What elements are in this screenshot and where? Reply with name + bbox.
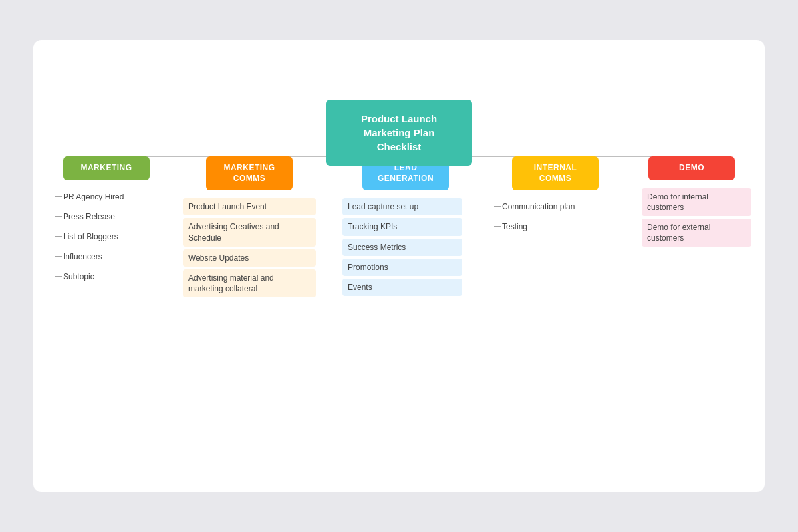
branch-marketing: MARKETING PR Agency Hired Press Release … bbox=[43, 156, 170, 286]
branches: MARKETING PR Agency Hired Press Release … bbox=[33, 156, 765, 297]
list-item: Tracking KPIs bbox=[342, 218, 462, 235]
list-item: Promotions bbox=[342, 259, 462, 276]
category-marketing-comms: MARKETING COMMS bbox=[206, 156, 293, 190]
branch-marketing-comms: MARKETING COMMS Product Launch Event Adv… bbox=[170, 156, 329, 297]
list-item: Demo for external customers bbox=[642, 219, 751, 247]
list-item: List of Bloggers bbox=[57, 228, 163, 245]
lead-generation-items: Lead capture set up Tracking KPIs Succes… bbox=[342, 198, 462, 296]
marketing-comms-items: Product Launch Event Advertising Creativ… bbox=[183, 198, 316, 297]
diagram-container: Product Launch Marketing Plan Checklist … bbox=[33, 40, 765, 492]
list-item: Website Updates bbox=[183, 249, 316, 267]
branch-lead-generation: LEAD GENERATION Lead capture set up Trac… bbox=[329, 156, 482, 296]
list-item: Advertising Creatives and Schedule bbox=[183, 218, 316, 246]
list-item: Subtopic bbox=[57, 268, 163, 285]
category-demo: DEMO bbox=[648, 156, 735, 180]
list-item: Events bbox=[342, 279, 462, 296]
branch-demo: DEMO Demo for internal customers Demo fo… bbox=[628, 156, 755, 247]
list-item: Communication plan bbox=[495, 198, 612, 215]
list-item: Lead capture set up bbox=[342, 198, 462, 215]
list-item: Product Launch Event bbox=[183, 198, 316, 215]
internal-comms-items: Communication plan Testing bbox=[495, 198, 612, 235]
list-item: Advertising material and marketing colla… bbox=[183, 269, 316, 297]
demo-items: Demo for internal customers Demo for ext… bbox=[642, 188, 751, 247]
list-item: Testing bbox=[495, 218, 612, 235]
branch-internal-comms: INTERNAL COMMS Communication plan Testin… bbox=[482, 156, 628, 236]
list-item: Influencers bbox=[57, 248, 163, 265]
list-item: Demo for internal customers bbox=[642, 188, 751, 216]
category-internal-comms: INTERNAL COMMS bbox=[512, 156, 598, 190]
list-item: Press Release bbox=[57, 208, 163, 225]
list-item: Success Metrics bbox=[342, 239, 462, 256]
root-node: Product Launch Marketing Plan Checklist bbox=[326, 100, 472, 166]
marketing-items: PR Agency Hired Press Release List of Bl… bbox=[57, 188, 163, 286]
category-marketing: MARKETING bbox=[63, 156, 150, 180]
list-item: PR Agency Hired bbox=[57, 188, 163, 205]
